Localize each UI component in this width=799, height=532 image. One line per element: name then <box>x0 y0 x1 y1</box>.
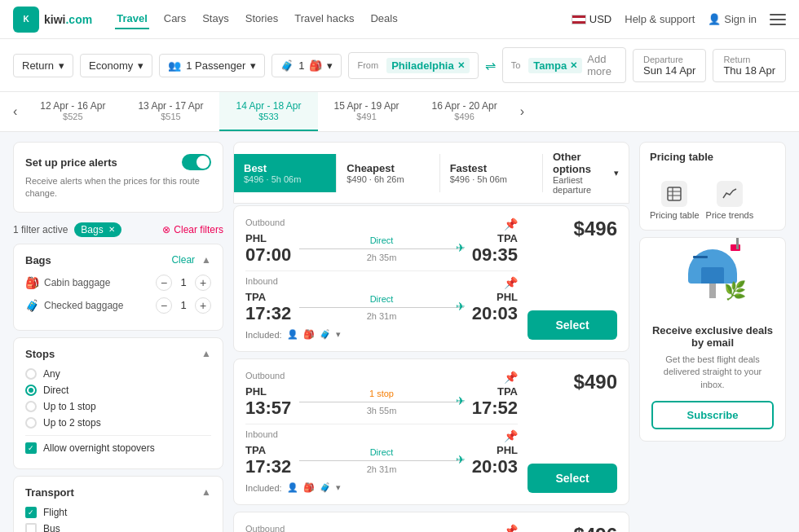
included-label-1: Included: <box>245 483 282 493</box>
transport-flight[interactable]: Flight <box>25 507 211 518</box>
pin-inbound-1-button[interactable]: 📌 <box>504 429 518 442</box>
checked-decrement-button[interactable]: − <box>156 297 172 314</box>
nav-travel-hacks[interactable]: Travel hacks <box>293 9 355 29</box>
included-label-0: Included: <box>245 330 282 340</box>
passenger-selector[interactable]: 👥 1 Passenger ▾ <box>159 54 265 77</box>
pricing-box: Pricing table Pricing table <box>639 142 786 231</box>
stop-any-option[interactable]: Any <box>25 368 211 380</box>
flight-1-select-button[interactable]: Select <box>528 464 617 493</box>
plane-right-icon-0: ✈ <box>456 241 466 254</box>
price-trends-button[interactable]: Price trends <box>706 181 754 220</box>
divider-0 <box>245 270 518 271</box>
pin-outbound-0-button[interactable]: 📌 <box>504 218 518 231</box>
inbound-duration-1: 2h 31m <box>299 464 463 474</box>
from-field[interactable]: From Philadelphia ✕ <box>348 52 478 79</box>
flag-icon <box>572 15 586 24</box>
mailbox-illustration: 🌿 <box>676 249 749 314</box>
date-prev-button[interactable]: ‹ <box>7 98 24 125</box>
departure-label: Departure <box>643 55 695 64</box>
outbound-route-0: PHL 07:00 Direct ✈ 2h 35m TPA 09:35 <box>245 232 518 266</box>
pricing-icons: Pricing table Price trends <box>640 174 785 230</box>
cabin-increment-button[interactable]: + <box>195 275 211 291</box>
outbound-duration-0: 2h 35m <box>299 253 463 262</box>
checked-increment-button[interactable]: + <box>195 297 211 314</box>
passenger-label: 1 Passenger <box>186 59 245 72</box>
sort-best-tab[interactable]: Best $496 · 5h 06m <box>234 154 337 192</box>
departure-field[interactable]: Departure Sun 14 Apr <box>633 49 706 82</box>
date-tab-2[interactable]: 14 Apr - 18 Apr $533 <box>219 92 317 131</box>
sort-cheapest-tab[interactable]: Cheapest $490 · 6h 26m <box>337 154 439 192</box>
stops-chevron-icon[interactable]: ▲ <box>201 348 211 359</box>
transport-chevron-icon[interactable]: ▲ <box>201 486 211 498</box>
overnight-stopovers-option[interactable]: Allow overnight stopovers <box>25 442 211 454</box>
stop-1-option[interactable]: Up to 1 stop <box>25 401 211 412</box>
outbound-type-1: 1 stop <box>299 389 463 398</box>
date-tab-4[interactable]: 16 Apr - 20 Apr $496 <box>416 92 514 131</box>
date-tab-1[interactable]: 13 Apr - 17 Apr $515 <box>121 92 219 131</box>
nav-cars[interactable]: Cars <box>162 9 188 29</box>
filter-chip[interactable]: Bags ✕ <box>74 222 121 237</box>
nav-stories[interactable]: Stories <box>244 9 280 29</box>
menu-button[interactable] <box>770 14 786 25</box>
stop-2-option[interactable]: Up to 2 stops <box>25 417 211 429</box>
swap-button[interactable]: ⇌ <box>485 58 496 73</box>
stop-direct-radio <box>25 385 37 396</box>
svg-rect-0 <box>668 187 681 200</box>
inbound-from-0: TPA <box>245 291 291 303</box>
nav-travel[interactable]: Travel <box>115 9 149 29</box>
help-button[interactable]: Help & support <box>625 13 695 25</box>
pin-outbound-1-button[interactable]: 📌 <box>504 371 518 384</box>
person-icon-1: 👤 <box>287 482 298 493</box>
date-tab-0[interactable]: 12 Apr - 16 Apr $525 <box>24 92 121 131</box>
bags-count: 1 <box>298 59 304 72</box>
plane-right-icon-1: ✈ <box>456 300 466 313</box>
right-panel: Pricing table Pricing table <box>639 142 786 532</box>
add-more-button[interactable]: Add more <box>587 53 617 77</box>
clear-filters-button[interactable]: ⊗ Clear filters <box>162 224 223 235</box>
sort-fastest-tab[interactable]: Fastest $496 · 5h 06m <box>440 154 543 192</box>
economy-selector[interactable]: Economy ▾ <box>80 54 152 77</box>
return-date-field[interactable]: Return Thu 18 Apr <box>713 49 786 82</box>
to-field[interactable]: To Tampa ✕ Add more <box>502 47 626 83</box>
filter-chip-remove-icon[interactable]: ✕ <box>108 225 115 234</box>
stop-direct-option[interactable]: Direct <box>25 385 211 396</box>
bags-selector[interactable]: 🧳 1 🎒 ▾ <box>271 54 342 77</box>
flight-0-select-button[interactable]: Select <box>528 310 617 340</box>
date-tab-4-price: $496 <box>432 112 497 121</box>
signin-button[interactable]: 👤 Sign in <box>708 13 757 25</box>
currency-selector[interactable]: USD <box>572 13 611 25</box>
plane-right-icon-2: ✈ <box>456 394 466 407</box>
outbound-from-time-0: 07:00 <box>245 244 291 266</box>
to-clear-button[interactable]: ✕ <box>570 60 577 71</box>
flight-1-price-col: $490 Select <box>528 371 617 493</box>
from-clear-button[interactable]: ✕ <box>457 60 465 71</box>
flag-pole <box>736 238 739 249</box>
clear-filters-icon: ⊗ <box>162 224 170 235</box>
bags-clear-button[interactable]: Clear <box>171 254 195 266</box>
header: K kiwi.com Travel Cars Stays Stories Tra… <box>0 0 799 39</box>
pin-outbound-2-button[interactable]: 📌 <box>504 524 518 532</box>
subscribe-button[interactable]: Subscribe <box>651 401 774 429</box>
return-selector[interactable]: Return ▾ <box>13 54 73 77</box>
date-tab-3[interactable]: 15 Apr - 19 Apr $491 <box>318 92 416 131</box>
transport-bus[interactable]: Bus <box>25 523 211 532</box>
nav-stays[interactable]: Stays <box>201 9 231 29</box>
flight-card-1: Outbound 📌 PHL 13:57 1 stop ✈ 3h 55m TPA <box>233 358 629 505</box>
price-alert-toggle[interactable] <box>182 154 211 170</box>
logo[interactable]: K kiwi.com <box>13 7 92 33</box>
outbound-to-0: TPA <box>472 232 518 244</box>
return-label: Return <box>22 59 54 72</box>
sort-other-tab[interactable]: Other options Earliest departure ▾ <box>543 143 629 203</box>
date-next-button[interactable]: › <box>514 98 531 125</box>
nav-deals[interactable]: Deals <box>369 9 399 29</box>
pin-inbound-0-button[interactable]: 📌 <box>504 276 518 289</box>
pricing-table-button[interactable]: Pricing table <box>650 181 700 220</box>
included-row-0: Included: 👤 🎒 🧳 ▾ <box>245 329 518 340</box>
included-chevron-0[interactable]: ▾ <box>336 329 341 340</box>
included-chevron-1[interactable]: ▾ <box>336 482 341 493</box>
stop-1-radio <box>25 401 37 412</box>
toggle-knob <box>196 156 210 169</box>
sort-fastest-label: Fastest <box>450 162 532 174</box>
cabin-decrement-button[interactable]: − <box>156 275 172 291</box>
bags-chevron-icon[interactable]: ▲ <box>201 254 211 266</box>
